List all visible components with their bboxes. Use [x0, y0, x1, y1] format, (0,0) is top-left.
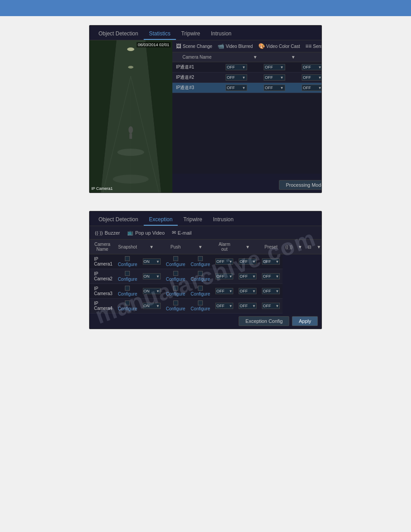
table-row[interactable]: IP通道#2 OFF▼ OFF▼ — [172, 73, 322, 83]
configure-preset-4[interactable]: Configure — [191, 306, 210, 311]
checkbox-snapshot-4[interactable] — [125, 300, 130, 305]
push-select-1[interactable]: ON▼ — [143, 258, 161, 265]
tab-object-detection[interactable]: Object Detection — [93, 28, 144, 40]
tab-intrusion[interactable]: Intrusion — [206, 28, 237, 40]
configure-btn-2[interactable]: Configure — [118, 277, 137, 282]
table-row[interactable]: IP Camera1 Configure ON▼ Configure Confi… — [90, 254, 322, 269]
th-col1 — [222, 52, 251, 62]
checkbox-preset-4[interactable] — [198, 300, 203, 305]
table-row[interactable]: IP Camera2 Configure ON▼ Configure Confi… — [90, 269, 322, 284]
processing-mode-button[interactable]: Processing Mode — [279, 180, 322, 190]
popup-select-1[interactable]: OFF▼ — [239, 258, 257, 265]
configure-preset-2[interactable]: Configure — [191, 277, 210, 282]
checkbox-alarm-3[interactable] — [173, 286, 178, 291]
dropdown-val2-3[interactable]: OFF▼ — [264, 85, 285, 91]
tab2-object-detection[interactable]: Object Detection — [93, 214, 144, 226]
buzzer-select-4[interactable]: OFF▼ — [215, 303, 233, 309]
dropdown-val1-1[interactable]: OFF▼ — [226, 64, 247, 70]
cell2-buzzer-1: OFF▼ — [213, 254, 236, 269]
configure-btn-4[interactable]: Configure — [118, 306, 137, 311]
table-row[interactable]: IP通道#1 OFF▼ OFF▼ — [172, 62, 322, 73]
svg-rect-12 — [129, 133, 132, 139]
cell-val3-3: OFF▼ — [298, 83, 322, 93]
tab-statistics[interactable]: Statistics — [144, 28, 176, 40]
checkbox-preset-1[interactable] — [198, 256, 203, 261]
dropdown-val3-1[interactable]: OFF▼ — [302, 64, 322, 70]
configure-alarm-1[interactable]: Configure — [166, 262, 185, 267]
table-row[interactable]: IP通道#3 OFF▼ OFF▼ — [172, 83, 322, 93]
checkbox-snapshot-2[interactable] — [125, 271, 130, 276]
toolbar2-popup-video[interactable]: 📺 Pop up Video — [127, 230, 165, 236]
cell2-snapshot-4: Configure — [115, 299, 140, 313]
cell2-email-4: OFF▼ — [259, 299, 283, 313]
popup-video-icon: 📺 — [127, 230, 133, 236]
th2-camera-name: Camera Name — [90, 240, 115, 254]
tab-tripwire[interactable]: Tripwire — [176, 28, 206, 40]
email-select-4[interactable]: OFF▼ — [262, 303, 280, 309]
checkbox-snapshot-3[interactable] — [125, 286, 130, 291]
dropdown-val2-1[interactable]: OFF▼ — [264, 64, 285, 70]
configure-btn-1[interactable]: Configure — [118, 262, 137, 267]
cell-name-2: IP通道#2 — [172, 73, 222, 82]
cell2-name-3: IP Camera3 — [90, 284, 115, 299]
configure-preset-3[interactable]: Configure — [191, 292, 210, 296]
push-select-3[interactable]: ON▼ — [143, 288, 161, 294]
scene-change-icon: 🖼 — [176, 43, 181, 49]
th2-snapshot-arrow: ▼ — [140, 240, 163, 254]
svg-point-11 — [128, 126, 133, 133]
configure-preset-1[interactable]: Configure — [191, 262, 210, 267]
configure-alarm-4[interactable]: Configure — [166, 306, 185, 311]
checkbox-alarm-4[interactable] — [173, 300, 178, 305]
push-select-2[interactable]: ON▼ — [143, 273, 161, 279]
panel1-body: 06/03/2014 02/01 IP Camera1 🖼 Scene Chan… — [90, 40, 321, 193]
cell2-push-3: ON▼ — [140, 284, 163, 299]
configure-alarm-3[interactable]: Configure — [166, 292, 185, 296]
cell-spacer7 — [251, 83, 260, 93]
toolbar-scene-change[interactable]: 🖼 Scene Change — [176, 43, 212, 49]
checkbox-alarm-2[interactable] — [173, 271, 178, 276]
popup-select-3[interactable]: OFF▼ — [239, 288, 257, 294]
tab2-intrusion[interactable]: Intrusion — [208, 214, 239, 226]
email-select-3[interactable]: OFF▼ — [262, 288, 280, 294]
popup-select-4[interactable]: OFF▼ — [239, 303, 257, 309]
popup-select-2[interactable]: OFF▼ — [239, 273, 257, 279]
configure-btn-3[interactable]: Configure — [118, 292, 137, 296]
toolbar2-email[interactable]: ✉ E-mail — [172, 230, 192, 236]
toolbar-sensitivity[interactable]: ≡≡ Sensitivity — [305, 43, 322, 49]
video-blurred-icon: 📹 — [218, 43, 224, 49]
tab2-exception[interactable]: Exception — [144, 214, 178, 226]
cell2-preset-4: Configure — [188, 299, 213, 313]
email-select-1[interactable]: OFF▼ — [262, 258, 280, 265]
configure-alarm-2[interactable]: Configure — [166, 277, 185, 282]
table-row[interactable]: IP Camera3 Configure ON▼ Configure Confi… — [90, 284, 322, 299]
toolbar-video-blurred[interactable]: 📹 Video Blurred — [218, 43, 253, 49]
dropdown-val2-2[interactable]: OFF▼ — [264, 74, 285, 81]
apply-button-2[interactable]: Apply — [292, 316, 318, 326]
buzzer-select-3[interactable]: OFF▼ — [215, 288, 233, 294]
checkbox-alarm-1[interactable] — [173, 256, 178, 261]
th2-popup: ⊟ — [305, 240, 314, 254]
cell2-snapshot-3: Configure — [115, 284, 140, 299]
checkbox-preset-3[interactable] — [198, 286, 203, 291]
th-col2-arrow: ▼ — [289, 52, 298, 62]
toolbar-video-color-cast[interactable]: 🎨 Video Color Cast — [258, 43, 300, 49]
camera-preview: 06/03/2014 02/01 IP Camera1 — [90, 40, 172, 193]
buzzer-select-1[interactable]: OFF▼ — [215, 258, 233, 265]
svg-point-8 — [128, 66, 133, 69]
dropdown-val1-2[interactable]: OFF▼ — [226, 74, 247, 81]
buzzer-select-2[interactable]: OFF▼ — [215, 273, 233, 279]
table-row[interactable]: IP Camera4 Configure ON▼ Configure Confi… — [90, 299, 322, 313]
th2-buzzer-arrow: ▼ — [295, 240, 305, 254]
toolbar2-buzzer[interactable]: ((·)) Buzzer — [95, 230, 120, 236]
checkbox-snapshot-1[interactable] — [125, 256, 130, 261]
th2-preset: Preset — [259, 240, 283, 254]
exception-config-button[interactable]: Exception Config — [239, 316, 289, 326]
dropdown-val3-3[interactable]: OFF▼ — [302, 85, 322, 91]
th-col2 — [260, 52, 289, 62]
checkbox-preset-2[interactable] — [198, 271, 203, 276]
dropdown-val3-2[interactable]: OFF▼ — [302, 74, 322, 81]
email-select-2[interactable]: OFF▼ — [262, 273, 280, 279]
tab2-tripwire[interactable]: Tripwire — [178, 214, 207, 226]
push-select-4[interactable]: ON▼ — [143, 303, 161, 309]
dropdown-val1-3[interactable]: OFF▼ — [226, 85, 247, 91]
